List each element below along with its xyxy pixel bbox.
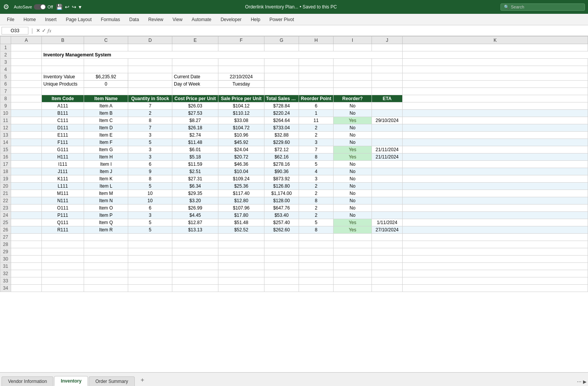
cell-c7[interactable] [84, 88, 128, 95]
cell-cost-row20[interactable]: $6.34 [172, 183, 218, 190]
col-header-i[interactable]: I [334, 36, 372, 44]
cell-total-row17[interactable]: $278.16 [264, 161, 299, 168]
cell-k15[interactable] [403, 146, 588, 153]
cell-col2-row33[interactable] [84, 277, 128, 285]
cell-k1[interactable] [403, 44, 588, 51]
cell-eta-row23[interactable] [372, 205, 403, 212]
cell-k24[interactable] [403, 212, 588, 219]
cell-k17[interactable] [403, 161, 588, 168]
cell-d1[interactable] [128, 44, 172, 51]
cell-f4[interactable] [218, 66, 264, 73]
menu-automate[interactable]: Automate [188, 15, 215, 24]
cell-h6[interactable] [299, 81, 334, 88]
cell-col4-row33[interactable] [172, 277, 218, 285]
cell-col4-row34[interactable] [172, 285, 218, 292]
cell-col3-row34[interactable] [128, 285, 172, 292]
cell-cost-row18[interactable]: $2.51 [172, 168, 218, 175]
cell-sale-row18[interactable]: $10.04 [218, 168, 264, 175]
cell-col3-row33[interactable] [128, 277, 172, 285]
cell-a17[interactable] [11, 161, 42, 168]
menu-help[interactable]: Help [247, 15, 264, 24]
cell-cost-row17[interactable]: $11.59 [172, 161, 218, 168]
cell-reorder-pt-row23[interactable]: 2 [299, 205, 334, 212]
cell-d4[interactable] [128, 66, 172, 73]
cell-cost-row13[interactable]: $2.74 [172, 132, 218, 139]
cell-col6-row31[interactable] [264, 263, 299, 270]
cell-b2-title[interactable]: Inventory Management System [42, 51, 403, 59]
cell-col10-row31[interactable] [403, 263, 588, 270]
cell-col6-row28[interactable] [264, 241, 299, 248]
cell-cost-row24[interactable]: $4.45 [172, 212, 218, 219]
cell-col8-row32[interactable] [334, 270, 372, 277]
cell-col2-row30[interactable] [84, 256, 128, 263]
cell-col2-row27[interactable] [84, 234, 128, 241]
cell-item-name-row21[interactable]: Item M [84, 190, 128, 197]
cell-reorder-row16[interactable]: Yes [334, 153, 372, 161]
cell-eta-row17[interactable] [372, 161, 403, 168]
cell-qty-row24[interactable]: 3 [128, 212, 172, 219]
cell-reorder-row26[interactable]: Yes [334, 226, 372, 234]
cell-reorder-pt-row15[interactable]: 7 [299, 146, 334, 153]
cell-reorder-row24[interactable]: No [334, 212, 372, 219]
cell-eta-row16[interactable]: 21/11/2024 [372, 153, 403, 161]
cell-reorder-row15[interactable]: Yes [334, 146, 372, 153]
cell-qty-row11[interactable]: 8 [128, 117, 172, 124]
cell-reorder-row18[interactable]: No [334, 168, 372, 175]
cell-col5-row31[interactable] [218, 263, 264, 270]
cell-col0-row32[interactable] [11, 270, 42, 277]
cell-item-code-row18[interactable]: J111 [42, 168, 84, 175]
cell-col8-row27[interactable] [334, 234, 372, 241]
cell-sale-row20[interactable]: $25.36 [218, 183, 264, 190]
cell-col7-row32[interactable] [299, 270, 334, 277]
cell-col7-row33[interactable] [299, 277, 334, 285]
cell-k26[interactable] [403, 226, 588, 234]
redo-icon[interactable]: ↪ [72, 4, 76, 10]
search-box[interactable]: 🔍 Search [500, 3, 585, 11]
cell-qty-row12[interactable]: 7 [128, 124, 172, 132]
insert-function-icon[interactable]: 𝑓𝑥 [48, 28, 51, 34]
cell-col2-row29[interactable] [84, 248, 128, 256]
cell-k13[interactable] [403, 132, 588, 139]
cell-reorder-pt-row12[interactable]: 2 [299, 124, 334, 132]
cell-total-row10[interactable]: $220.24 [264, 110, 299, 117]
cell-col0-row29[interactable] [11, 248, 42, 256]
menu-home[interactable]: Home [20, 15, 40, 24]
cell-total-row24[interactable]: $53.40 [264, 212, 299, 219]
cell-col9-row29[interactable] [372, 248, 403, 256]
menu-data[interactable]: Data [126, 15, 143, 24]
cell-reorder-pt-row21[interactable]: 2 [299, 190, 334, 197]
cell-col8-row31[interactable] [334, 263, 372, 270]
cell-c1[interactable] [84, 44, 128, 51]
cell-item-code-row11[interactable]: C111 [42, 117, 84, 124]
cell-a22[interactable] [11, 197, 42, 205]
cell-a23[interactable] [11, 205, 42, 212]
cell-eta-row19[interactable] [372, 175, 403, 183]
cell-c5-invvalue[interactable]: $6,235.92 [84, 73, 128, 81]
cell-col4-row29[interactable] [172, 248, 218, 256]
cell-col5-row27[interactable] [218, 234, 264, 241]
cell-g5[interactable] [264, 73, 299, 81]
cell-col8-row34[interactable] [334, 285, 372, 292]
menu-insert[interactable]: Insert [41, 15, 60, 24]
cell-sale-row22[interactable]: $12.80 [218, 197, 264, 205]
cell-reorder-row10[interactable]: No [334, 110, 372, 117]
cell-col0-row31[interactable] [11, 263, 42, 270]
cell-item-code-row9[interactable]: A111 [42, 102, 84, 110]
cell-j5[interactable] [372, 73, 403, 81]
cell-qty-row23[interactable]: 6 [128, 205, 172, 212]
cell-qty-row25[interactable]: 5 [128, 219, 172, 226]
menu-page-layout[interactable]: Page Layout [62, 15, 95, 24]
cell-total-row11[interactable]: $264.64 [264, 117, 299, 124]
col-header-k[interactable]: K [403, 36, 588, 44]
cell-item-name-row20[interactable]: Item L [84, 183, 128, 190]
cell-a2[interactable] [11, 51, 42, 59]
cell-k25[interactable] [403, 219, 588, 226]
cell-a25[interactable] [11, 219, 42, 226]
cell-eta-row22[interactable] [372, 197, 403, 205]
cell-e4[interactable] [172, 66, 218, 73]
col-header-d[interactable]: D [128, 36, 172, 44]
cell-sale-row12[interactable]: $104.72 [218, 124, 264, 132]
cell-total-row13[interactable]: $32.88 [264, 132, 299, 139]
cell-col10-row33[interactable] [403, 277, 588, 285]
cell-qty-row16[interactable]: 3 [128, 153, 172, 161]
